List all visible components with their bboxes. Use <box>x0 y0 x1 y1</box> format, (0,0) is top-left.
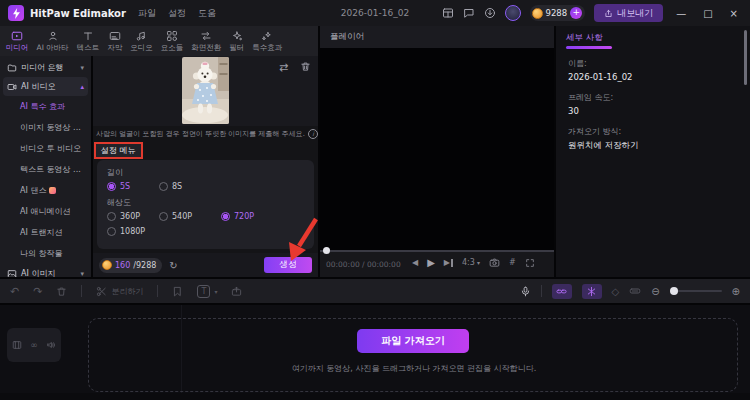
credit-bar: 160 /9288 ↻ 생성 <box>93 253 318 277</box>
coin-balance[interactable]: 9288 + <box>530 5 586 21</box>
export-button[interactable]: 내보내기 <box>594 4 663 22</box>
player-header: 플레이어 <box>320 26 554 48</box>
tab-text[interactable]: 텍스트 <box>73 28 104 55</box>
ai-enhance-toggle[interactable] <box>582 284 602 299</box>
marker-icon[interactable] <box>172 286 183 297</box>
link-icon <box>556 286 567 297</box>
ai-effects-panel: ⇄ 사람의 얼굴이 포함된 경우 정면이 뚜렷한 이미지를 제출해 주세요. i… <box>93 56 318 277</box>
split-button[interactable]: 분리하기 <box>96 286 143 297</box>
maximize-button[interactable]: □ <box>699 8 716 19</box>
fullscreen-icon[interactable] <box>525 258 535 268</box>
player-title: 플레이어 <box>330 31 364 43</box>
tab-effects[interactable]: 특수효과 <box>248 28 286 55</box>
length-label: 길이 <box>107 167 304 178</box>
generate-button[interactable]: 생성 <box>264 257 312 273</box>
sidebar-item-text-to-video[interactable]: 텍스트 동영상 ... <box>0 159 91 180</box>
tab-ai-avatar[interactable]: AI 아바타 <box>33 28 73 55</box>
tab-underline <box>566 46 612 49</box>
settings-menu-annotation: 설정 메뉴 <box>94 142 143 159</box>
resolution-option-720p[interactable]: 720P <box>221 212 254 221</box>
delete-icon[interactable] <box>56 286 67 297</box>
resolution-option-1080p[interactable]: 1080P <box>107 227 145 236</box>
folder-icon <box>7 63 17 73</box>
radio-icon <box>107 227 116 236</box>
redo-icon[interactable]: ↷ <box>33 285 42 298</box>
radio-icon <box>159 212 168 221</box>
sidebar-item-ai-effects[interactable]: AI 특수 효과 <box>0 96 91 117</box>
tab-transition[interactable]: 화면전환 <box>187 28 225 55</box>
seek-handle[interactable] <box>323 247 330 254</box>
scissors-icon <box>96 286 107 297</box>
tab-filter[interactable]: 필터 <box>225 28 248 55</box>
resolution-label: 해상도 <box>107 197 304 208</box>
track-mute-icon[interactable] <box>46 340 56 350</box>
previous-frame-icon[interactable]: ◀ <box>412 258 418 267</box>
media-icon <box>11 30 23 42</box>
zoom-in-icon[interactable]: ⊕ <box>732 286 740 297</box>
add-coins-button[interactable]: + <box>570 7 582 19</box>
sidebar-item-ai-dance[interactable]: AI 댄스 <box>0 180 91 201</box>
delete-image-icon[interactable] <box>300 61 311 72</box>
media-drop-zone[interactable]: 파일 가져오기 여기까지 동영상, 사진을 드래그하거나 가져오면 편집을 시작… <box>88 318 738 392</box>
user-avatar[interactable] <box>505 5 521 21</box>
menu-settings[interactable]: 설정 <box>168 7 186 20</box>
length-option-8s[interactable]: 8S <box>159 182 182 191</box>
details-scrollbar[interactable] <box>744 30 747 85</box>
effects-icon <box>261 30 273 42</box>
keyframe-icon[interactable]: ◇ <box>612 286 620 297</box>
radio-icon <box>107 212 116 221</box>
zoom-out-icon[interactable]: ⊖ <box>651 286 659 297</box>
auto-link-toggle[interactable] <box>552 284 572 299</box>
play-icon[interactable]: ▶ <box>427 257 435 268</box>
menu-help[interactable]: 도움 <box>198 7 216 20</box>
length-option-5s[interactable]: 5S <box>107 182 159 191</box>
sidebar-item-my-creations[interactable]: 나의 창작물 <box>0 243 91 264</box>
resolution-option-540p[interactable]: 540P <box>159 212 221 221</box>
video-viewport[interactable] <box>320 48 554 250</box>
sidebar-group-media-bank[interactable]: 미디어 은행 ▾ <box>3 58 88 77</box>
seek-bar[interactable] <box>320 250 554 252</box>
chevron-up-icon: ▴ <box>80 83 84 91</box>
sidebar-item-video-to-video[interactable]: 비디오 투 비디오 <box>0 138 91 159</box>
aspect-ratio-select[interactable]: 4:3 ▾ <box>462 258 480 267</box>
minimize-button[interactable]: — <box>672 8 690 19</box>
info-icon[interactable]: i <box>308 129 318 139</box>
chevron-down-icon: ▾ <box>80 270 84 278</box>
tab-media[interactable]: 미디어 <box>2 28 33 55</box>
tab-elements[interactable]: 요소들 <box>157 28 188 55</box>
safe-area-grid-icon[interactable]: # <box>509 258 516 267</box>
sidebar-item-ai-animation[interactable]: AI 애니메이션 <box>0 201 91 222</box>
sidebar-group-ai-video[interactable]: AI 비디오 ▴ <box>3 77 88 96</box>
export-clip-icon[interactable] <box>231 286 242 297</box>
layout-icon[interactable] <box>442 7 454 19</box>
track-video-icon[interactable] <box>12 340 22 350</box>
filter-icon <box>231 30 243 42</box>
zoom-slider-handle[interactable] <box>670 287 678 295</box>
track-link-icon[interactable]: ∞ <box>30 340 38 350</box>
sidebar-group-ai-image[interactable]: AI 이미지 ▾ <box>3 264 88 277</box>
download-icon[interactable] <box>484 7 496 19</box>
tab-subtitle[interactable]: 자막 <box>103 28 126 55</box>
ripple-edit-icon[interactable] <box>629 285 641 297</box>
timeline-zoom-slider[interactable] <box>670 290 722 292</box>
next-frame-icon[interactable]: ▶ <box>444 258 453 267</box>
resolution-option-360p[interactable]: 360P <box>107 212 159 221</box>
feedback-icon[interactable] <box>463 7 475 19</box>
uploaded-dog-image[interactable] <box>182 57 229 124</box>
tab-details[interactable]: 세부 사항 <box>566 32 603 44</box>
sidebar-item-ai-transition[interactable]: AI 트랜지션 <box>0 222 91 243</box>
refresh-credits-icon[interactable]: ↻ <box>169 260 177 271</box>
sidebar-item-image-to-video[interactable]: 이미지 동영상 ... <box>0 117 91 138</box>
menu-file[interactable]: 파일 <box>138 7 156 20</box>
snapshot-icon[interactable] <box>489 257 500 268</box>
undo-icon[interactable]: ↶ <box>10 285 19 298</box>
player-panel: 플레이어 00:00:00 / 00:00:00 ◀ ▶ ▶ 4:3 ▾ # <box>320 26 554 277</box>
import-files-button[interactable]: 파일 가져오기 <box>357 329 469 353</box>
swap-image-icon[interactable]: ⇄ <box>279 61 288 74</box>
elements-icon <box>166 30 178 42</box>
tab-audio[interactable]: 오디오 <box>126 28 157 55</box>
microphone-icon[interactable] <box>520 286 531 297</box>
text-tool-button[interactable]: T ▾ <box>197 285 217 298</box>
dance-emoji-icon <box>49 187 56 194</box>
close-button[interactable]: × <box>726 8 742 19</box>
